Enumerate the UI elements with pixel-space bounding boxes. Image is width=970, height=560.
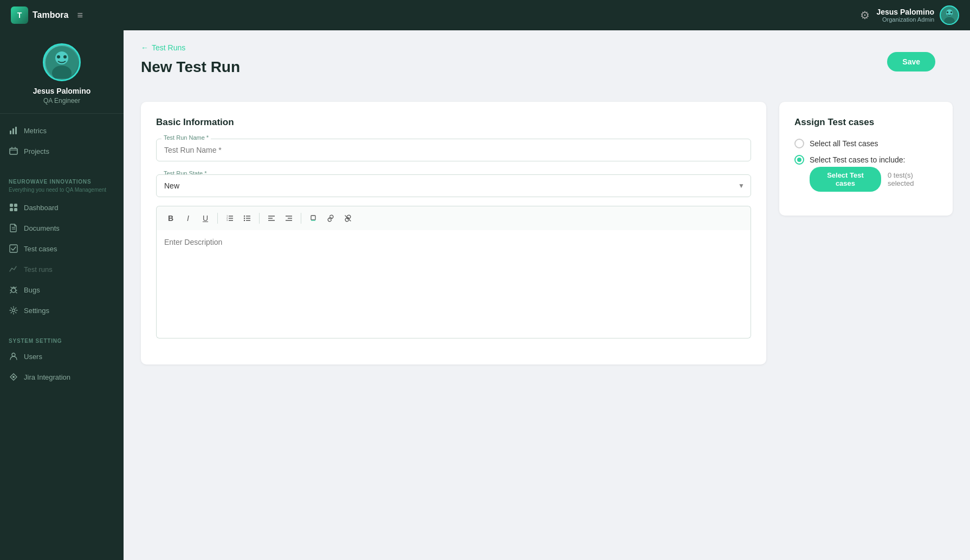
toolbar-divider-1 bbox=[217, 213, 218, 224]
users-icon bbox=[9, 351, 18, 361]
run-name-input[interactable] bbox=[156, 139, 751, 161]
svg-point-36 bbox=[244, 220, 245, 221]
breadcrumb-link[interactable]: Test Runs bbox=[152, 43, 185, 52]
sidebar: Jesus Palomino QA Engineer Metrics Proje… bbox=[0, 30, 124, 560]
content-area: ← Test Runs New Test Run Save Basic Info… bbox=[124, 30, 970, 560]
section-label-system: SYSTEM SETTING bbox=[0, 334, 124, 346]
svg-point-24 bbox=[12, 376, 15, 378]
description-textarea[interactable] bbox=[156, 230, 751, 338]
sidebar-item-projects[interactable]: Projects bbox=[0, 141, 124, 161]
run-name-label: Test Run Name * bbox=[161, 134, 211, 141]
svg-point-3 bbox=[947, 11, 949, 14]
align-right-button[interactable] bbox=[281, 211, 296, 226]
run-state-field: Test Run State * New In Progress Complet… bbox=[156, 174, 751, 197]
sidebar-item-test-cases[interactable]: Test cases bbox=[0, 238, 124, 259]
unlink-button[interactable] bbox=[340, 211, 355, 226]
editor-toolbar: B I U 123 bbox=[156, 206, 751, 230]
svg-rect-11 bbox=[12, 128, 14, 134]
italic-button[interactable]: I bbox=[180, 211, 196, 226]
sidebar-system-section: SYSTEM SETTING Users Jira Integration bbox=[0, 327, 124, 394]
logo-icon: T bbox=[11, 6, 28, 24]
section-desc-neurowave: Everything you need to QA Management bbox=[0, 187, 124, 197]
sidebar-profile: Jesus Palomino QA Engineer bbox=[0, 30, 124, 114]
header-area: ← Test Runs New Test Run Save bbox=[141, 43, 953, 89]
svg-point-35 bbox=[244, 218, 245, 219]
topbar-left: T Tambora ≡ bbox=[11, 6, 83, 24]
sidebar-item-label: Dashboard bbox=[24, 204, 59, 212]
profile-name: Jesus Palomino bbox=[33, 87, 91, 95]
topbar-right: ⚙ Jesus Palomino Organization Admin bbox=[860, 5, 959, 25]
selected-count: 0 test(s) selected bbox=[888, 171, 937, 187]
sidebar-item-label: Test runs bbox=[24, 265, 53, 274]
svg-rect-14 bbox=[10, 204, 13, 207]
run-state-select[interactable]: New In Progress Completed Archived bbox=[156, 174, 751, 197]
breadcrumb: ← Test Runs bbox=[141, 43, 953, 52]
sidebar-item-settings[interactable]: Settings bbox=[0, 300, 124, 321]
sidebar-item-label: Documents bbox=[24, 224, 60, 232]
toolbar-divider-2 bbox=[259, 213, 260, 224]
hamburger-icon[interactable]: ≡ bbox=[77, 10, 83, 21]
svg-point-23 bbox=[12, 353, 15, 356]
projects-icon bbox=[9, 146, 18, 156]
sidebar-item-bugs[interactable]: Bugs bbox=[0, 279, 124, 300]
radio-group: Select all Test cases Select Test cases … bbox=[794, 139, 937, 192]
avatar-image bbox=[941, 5, 958, 25]
documents-icon bbox=[9, 223, 18, 233]
jira-icon bbox=[9, 372, 18, 382]
sidebar-item-dashboard[interactable]: Dashboard bbox=[0, 197, 124, 218]
settings-icon[interactable]: ⚙ bbox=[860, 9, 870, 22]
back-arrow-icon: ← bbox=[141, 43, 148, 52]
dashboard-icon bbox=[9, 203, 18, 212]
radio-all-cases[interactable]: Select all Test cases bbox=[794, 139, 937, 148]
sidebar-item-label: Metrics bbox=[24, 127, 47, 135]
profile-role: QA Engineer bbox=[43, 97, 80, 105]
section-label-neurowave: NEUROWAVE INNOVATIONS bbox=[0, 174, 124, 187]
sidebar-neurowave-section: NEUROWAVE INNOVATIONS Everything you nee… bbox=[0, 168, 124, 327]
sidebar-item-label: Bugs bbox=[24, 286, 40, 294]
sidebar-item-jira[interactable]: Jira Integration bbox=[0, 367, 124, 387]
svg-point-8 bbox=[57, 55, 60, 58]
sidebar-item-label: Test cases bbox=[24, 245, 57, 253]
svg-point-21 bbox=[11, 288, 16, 292]
avatar bbox=[940, 5, 959, 25]
svg-rect-16 bbox=[10, 208, 13, 211]
settings-icon bbox=[9, 305, 18, 315]
save-button[interactable]: Save bbox=[887, 52, 935, 71]
sidebar-item-documents[interactable]: Documents bbox=[0, 218, 124, 238]
user-name: Jesus Palomino bbox=[876, 8, 934, 16]
sidebar-item-metrics[interactable]: Metrics bbox=[0, 120, 124, 141]
align-left-button[interactable] bbox=[264, 211, 279, 226]
sidebar-item-test-runs[interactable]: Test runs bbox=[0, 259, 124, 279]
link-button[interactable] bbox=[323, 211, 338, 226]
test-runs-icon bbox=[9, 264, 18, 274]
svg-text:3: 3 bbox=[227, 219, 228, 222]
select-test-cases-button[interactable]: Select Test cases bbox=[810, 167, 881, 192]
radio-include-group: Select Test cases to include: Select Tes… bbox=[794, 155, 937, 192]
svg-rect-15 bbox=[14, 204, 17, 207]
page-title: New Test Run bbox=[141, 58, 240, 76]
metrics-icon bbox=[9, 126, 18, 135]
svg-rect-43 bbox=[311, 216, 315, 220]
toolbar-divider-3 bbox=[301, 213, 301, 224]
underline-button[interactable]: U bbox=[198, 211, 213, 226]
app-logo: T Tambora bbox=[11, 6, 68, 24]
bold-button[interactable]: B bbox=[163, 211, 178, 226]
assign-cases-title: Assign Test cases bbox=[794, 117, 937, 128]
svg-rect-17 bbox=[14, 208, 17, 211]
run-state-wrap: Test Run State * New In Progress Complet… bbox=[156, 174, 751, 197]
svg-rect-13 bbox=[10, 148, 17, 154]
bugs-icon bbox=[9, 285, 18, 295]
user-text: Jesus Palomino Organization Admin bbox=[876, 8, 934, 23]
highlight-button[interactable] bbox=[306, 211, 321, 226]
radio-label-all: Select all Test cases bbox=[810, 139, 878, 148]
app-name: Tambora bbox=[33, 10, 68, 20]
sidebar-item-users[interactable]: Users bbox=[0, 346, 124, 367]
ordered-list-button[interactable]: 123 bbox=[222, 211, 237, 226]
sidebar-item-label: Jira Integration bbox=[24, 373, 70, 381]
radio-include-cases[interactable]: Select Test cases to include: bbox=[794, 155, 937, 165]
radio-label-include: Select Test cases to include: bbox=[810, 155, 905, 164]
unordered-list-button[interactable] bbox=[240, 211, 255, 226]
basic-info-card: Basic Information Test Run Name * Test R… bbox=[141, 102, 766, 364]
sidebar-item-label: Projects bbox=[24, 147, 49, 155]
svg-point-4 bbox=[950, 11, 953, 14]
